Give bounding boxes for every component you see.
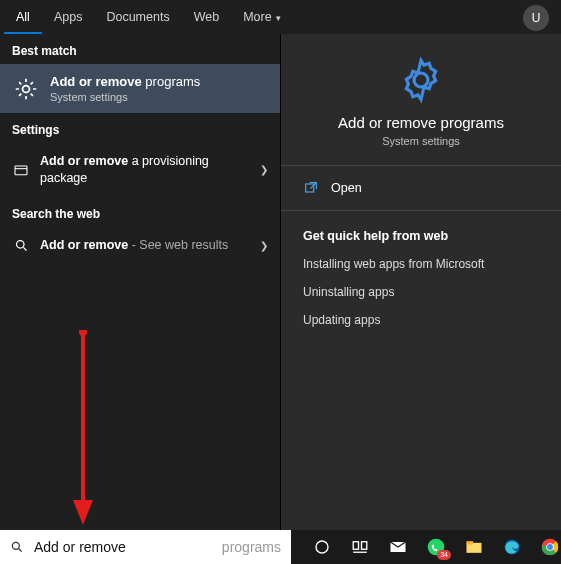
svg-point-2 <box>16 240 24 248</box>
taskbar: programs 34 <box>0 530 561 564</box>
help-link-installing[interactable]: Installing web apps from Microsoft <box>303 257 539 271</box>
svg-point-3 <box>414 73 428 87</box>
help-link-updating[interactable]: Updating apps <box>303 313 539 327</box>
svg-rect-15 <box>467 541 474 544</box>
help-link-uninstalling[interactable]: Uninstalling apps <box>303 285 539 299</box>
settings-header: Settings <box>0 113 280 143</box>
tab-web[interactable]: Web <box>182 0 231 34</box>
svg-rect-11 <box>362 542 367 550</box>
search-web-header: Search the web <box>0 197 280 227</box>
search-icon <box>12 238 30 253</box>
web-result[interactable]: Add or remove - See web results ❯ <box>0 227 280 264</box>
chevron-down-icon: ▾ <box>276 13 281 23</box>
best-match-title: Add or remove programs <box>50 74 200 89</box>
best-match-subtitle: System settings <box>50 91 200 103</box>
chevron-right-icon: ❯ <box>260 240 268 251</box>
tab-all[interactable]: All <box>4 0 42 34</box>
search-input[interactable] <box>32 538 220 556</box>
whatsapp-icon[interactable]: 34 <box>425 536 447 558</box>
search-icon <box>10 540 24 554</box>
svg-point-9 <box>316 541 328 553</box>
preview-title: Add or remove programs <box>338 114 504 131</box>
open-action[interactable]: Open <box>281 166 561 210</box>
svg-point-21 <box>547 544 553 550</box>
mail-icon[interactable] <box>387 536 409 558</box>
package-icon <box>12 162 30 178</box>
setting-label: Add or remove a provisioning package <box>40 153 250 187</box>
results-pane: Best match Add or remove programs System… <box>0 34 281 530</box>
cortana-icon[interactable] <box>311 536 333 558</box>
task-view-icon[interactable] <box>349 536 371 558</box>
svg-rect-1 <box>15 166 27 175</box>
preview-pane: Add or remove programs System settings O… <box>281 34 561 530</box>
tab-documents[interactable]: Documents <box>94 0 181 34</box>
gear-icon <box>397 56 445 104</box>
quick-help-header: Get quick help from web <box>303 229 539 243</box>
tab-more[interactable]: More▾ <box>231 0 292 34</box>
chevron-right-icon: ❯ <box>260 164 268 175</box>
taskbar-search[interactable]: programs <box>0 530 291 564</box>
chrome-icon[interactable] <box>539 536 561 558</box>
web-result-label: Add or remove - See web results <box>40 237 250 254</box>
gear-icon <box>12 75 40 103</box>
svg-point-8 <box>12 542 19 549</box>
user-avatar[interactable]: U <box>523 5 549 31</box>
best-match-header: Best match <box>0 34 280 64</box>
edge-icon[interactable] <box>501 536 523 558</box>
file-explorer-icon[interactable] <box>463 536 485 558</box>
svg-rect-4 <box>306 184 314 192</box>
search-suggestion: programs <box>222 539 281 555</box>
best-match-result[interactable]: Add or remove programs System settings <box>0 64 280 113</box>
setting-provisioning-package[interactable]: Add or remove a provisioning package ❯ <box>0 143 280 197</box>
open-label: Open <box>331 181 362 195</box>
notification-badge: 34 <box>437 550 451 560</box>
tab-apps[interactable]: Apps <box>42 0 95 34</box>
preview-subtitle: System settings <box>382 135 460 147</box>
svg-point-0 <box>23 85 30 92</box>
search-tabs: All Apps Documents Web More▾ U <box>0 0 561 34</box>
open-icon <box>303 180 319 196</box>
svg-rect-10 <box>353 542 358 550</box>
